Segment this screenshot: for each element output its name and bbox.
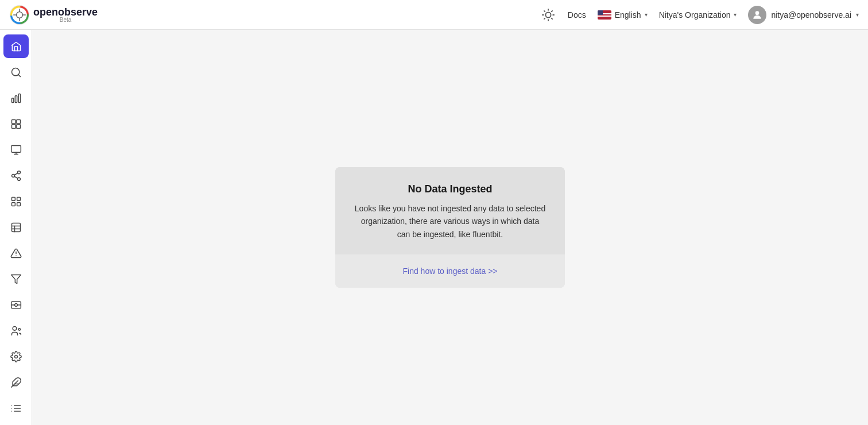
logo-text: openobserve Beta	[33, 7, 98, 23]
sidebar-item-ingest[interactable]	[3, 293, 29, 317]
sidebar-item-dashboard[interactable]	[3, 112, 29, 136]
no-data-top: No Data Ingested Looks like you have not…	[335, 167, 565, 254]
user-email: nitya@openobserve.ai	[771, 10, 851, 20]
svg-rect-21	[11, 119, 16, 123]
language-selector[interactable]: English ▾	[598, 10, 648, 20]
svg-rect-34	[17, 197, 20, 200]
header-right: Docs English ▾ Nitya's Organization ▾ ni…	[540, 6, 859, 24]
svg-point-49	[18, 329, 20, 330]
svg-line-32	[14, 173, 18, 175]
sidebar-item-settings[interactable]	[3, 345, 29, 369]
svg-line-17	[18, 74, 20, 76]
svg-rect-18	[11, 98, 13, 103]
svg-rect-37	[11, 223, 20, 231]
svg-rect-19	[15, 95, 17, 102]
svg-rect-24	[16, 125, 20, 129]
sidebar-item-iam[interactable]	[3, 319, 29, 343]
app-body: No Data Ingested Looks like you have not…	[0, 30, 868, 425]
svg-line-9	[544, 10, 545, 11]
sidebar-item-integrations[interactable]	[3, 371, 29, 395]
svg-rect-22	[16, 119, 20, 123]
svg-rect-36	[17, 203, 20, 206]
sidebar-item-table[interactable]	[3, 215, 29, 239]
org-selector[interactable]: Nitya's Organization ▾	[659, 10, 737, 20]
ingest-data-link[interactable]: Find how to ingest data >>	[403, 266, 498, 276]
svg-line-14	[552, 10, 552, 11]
sidebar	[0, 30, 32, 425]
svg-point-1	[17, 11, 23, 18]
header-left: openobserve Beta	[9, 5, 98, 25]
svg-point-15	[755, 11, 760, 15]
sidebar-item-filter[interactable]	[3, 268, 29, 291]
svg-rect-25	[11, 145, 21, 152]
avatar	[748, 6, 766, 24]
language-chevron-icon: ▾	[645, 11, 648, 18]
no-data-title: No Data Ingested	[354, 183, 547, 195]
no-data-description: Looks like you have not ingested any dat…	[354, 202, 547, 241]
logo-name: openobserve	[33, 7, 98, 17]
svg-point-50	[14, 356, 17, 358]
main-content: No Data Ingested Looks like you have not…	[32, 30, 868, 425]
org-label: Nitya's Organization	[659, 10, 731, 20]
sidebar-item-alerts[interactable]	[3, 242, 29, 265]
theme-toggle-button[interactable]	[540, 7, 556, 23]
sidebar-item-metrics[interactable]	[3, 86, 29, 110]
us-flag-icon	[598, 10, 611, 20]
svg-point-48	[13, 327, 17, 331]
user-chevron-icon: ▾	[856, 11, 859, 18]
logo-icon	[9, 5, 30, 25]
language-label: English	[615, 10, 641, 20]
header: openobserve Beta Docs English ▾	[0, 0, 868, 30]
user-section[interactable]: nitya@openobserve.ai ▾	[748, 6, 859, 24]
sidebar-item-search[interactable]	[3, 60, 29, 84]
svg-line-13	[544, 18, 545, 18]
svg-point-6	[545, 12, 551, 17]
svg-line-10	[552, 18, 552, 18]
svg-rect-23	[11, 125, 16, 129]
no-data-card: No Data Ingested Looks like you have not…	[335, 167, 565, 288]
sidebar-item-home[interactable]	[3, 34, 29, 58]
logo-beta: Beta	[33, 17, 98, 23]
docs-link[interactable]: Docs	[568, 10, 586, 20]
svg-rect-20	[18, 94, 20, 102]
no-data-bottom: Find how to ingest data >>	[335, 254, 565, 288]
svg-rect-35	[11, 203, 15, 206]
sidebar-item-logs[interactable]	[3, 397, 29, 420]
svg-line-31	[14, 176, 18, 178]
sidebar-item-monitor[interactable]	[3, 138, 29, 161]
sidebar-item-pipeline[interactable]	[3, 164, 29, 187]
org-chevron-icon: ▾	[734, 11, 737, 18]
sidebar-item-apps[interactable]	[3, 190, 29, 213]
svg-rect-33	[11, 197, 15, 200]
svg-marker-43	[11, 275, 21, 284]
svg-point-0	[10, 5, 29, 24]
